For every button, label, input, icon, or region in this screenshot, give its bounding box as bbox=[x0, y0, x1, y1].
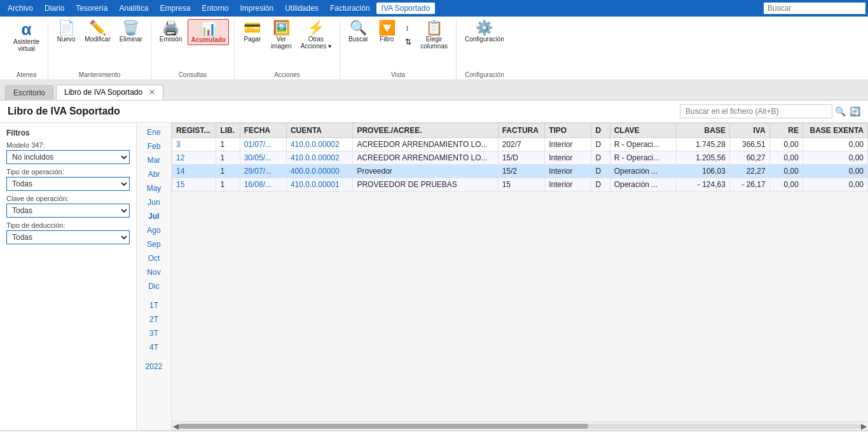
ribbon-group-atenea: α Asistentevirtual Atenea bbox=[5, 19, 48, 80]
cell-cuenta: 400.0.0.00000 bbox=[286, 165, 353, 178]
menu-entorno[interactable]: Entorno bbox=[196, 3, 233, 14]
col-header-factura[interactable]: FACTURA bbox=[498, 123, 545, 138]
cell-cuenta: 410.0.0.00001 bbox=[286, 178, 353, 192]
cal-quarter-3t[interactable]: 3T bbox=[137, 326, 171, 340]
tab-libro-iva[interactable]: Libro de IVA Soportado ✕ bbox=[56, 85, 163, 100]
scroll-left-arrow[interactable]: ◀ bbox=[173, 422, 179, 431]
nuevo-button[interactable]: 📄 Nuevo bbox=[53, 19, 79, 45]
calendar-sidebar: Ene Feb Mar Abr May Jun Jul Ago Sep Oct … bbox=[137, 123, 172, 430]
cal-month-nov[interactable]: Nov bbox=[137, 265, 171, 279]
table-row[interactable]: 14129/07/...400.0.0.00000Proveedor15/2In… bbox=[172, 165, 868, 178]
tipo-deduccion-select[interactable]: Todas Deducible No deducible bbox=[6, 230, 130, 244]
modelo347-select[interactable]: No incluidos Todos Solo incluidos bbox=[6, 150, 130, 164]
cal-month-mar[interactable]: Mar bbox=[137, 153, 171, 167]
asistente-virtual-button[interactable]: α Asistentevirtual bbox=[10, 19, 43, 54]
cell-factura: 202/7 bbox=[498, 138, 545, 151]
table-row[interactable]: 12130/05/...410.0.0.00002ACREEDOR ARREND… bbox=[172, 151, 868, 165]
sort-az-button[interactable]: ↕️ bbox=[402, 22, 415, 34]
menu-utilidades[interactable]: Utilidades bbox=[280, 3, 324, 14]
col-header-base[interactable]: BASE bbox=[677, 123, 730, 138]
cell-provee: ACREEDOR ARRENDAMIENTO LO... bbox=[353, 151, 498, 165]
ver-imagen-button[interactable]: 🖼️ Verimagen bbox=[268, 19, 295, 52]
cell-clave: R - Operaci... bbox=[610, 151, 677, 165]
acumulado-button[interactable]: 📊 Acumulado bbox=[188, 19, 228, 45]
cell-re: 0,00 bbox=[769, 138, 803, 151]
sort-az-icon: ↕️ bbox=[405, 24, 409, 32]
cal-month-feb[interactable]: Feb bbox=[137, 139, 171, 153]
col-header-cuenta[interactable]: CUENTA bbox=[286, 123, 353, 138]
menu-iva-soportado[interactable]: IVA Soportado bbox=[376, 3, 436, 14]
acumulado-label: Acumulado bbox=[191, 36, 225, 43]
cal-quarter-2t[interactable]: 2T bbox=[137, 312, 171, 326]
cal-month-ago[interactable]: Ago bbox=[137, 223, 171, 237]
page-search-input[interactable] bbox=[680, 104, 832, 118]
tipo-operacion-select[interactable]: Todas Interior Intracomunitario bbox=[6, 177, 130, 191]
otras-acciones-button[interactable]: ⚡ OtrasAcciones ▾ bbox=[298, 19, 334, 52]
col-header-fecha[interactable]: FECHA bbox=[240, 123, 286, 138]
menu-archivo[interactable]: Archivo bbox=[3, 3, 38, 14]
tab-libro-iva-close[interactable]: ✕ bbox=[149, 88, 155, 97]
ribbon-label-acciones: Acciones bbox=[240, 71, 334, 80]
col-header-provee[interactable]: PROVEE./ACREE. bbox=[353, 123, 498, 138]
scroll-right-arrow[interactable]: ▶ bbox=[861, 422, 867, 431]
menu-impresion[interactable]: Impresión bbox=[235, 3, 279, 14]
modelo347-label: Modelo 347: bbox=[6, 141, 130, 149]
elegir-columnas-label: Elegircolumnas bbox=[420, 36, 448, 50]
emision-button[interactable]: 🖨️ Emisión bbox=[156, 19, 186, 45]
tab-escritorio[interactable]: Escritorio bbox=[5, 85, 53, 100]
filtro-button[interactable]: 🔽 Filtro bbox=[374, 19, 399, 45]
cell-factura: 15 bbox=[498, 178, 545, 192]
nuevo-label: Nuevo bbox=[57, 36, 76, 43]
menu-tesoreria[interactable]: Tesorería bbox=[71, 3, 113, 14]
table-scrollbar[interactable]: ◀ ▶ bbox=[172, 421, 868, 430]
cell-factura: 15/2 bbox=[498, 165, 545, 178]
cell-base-exenta: 0,00 bbox=[803, 165, 867, 178]
col-header-re[interactable]: RE bbox=[769, 123, 803, 138]
elegir-columnas-button[interactable]: 📋 Elegircolumnas bbox=[417, 19, 451, 52]
configuracion-icon: ⚙️ bbox=[476, 21, 493, 35]
table-row[interactable]: 15116/08/...410.0.0.00001PROVEEDOR DE PR… bbox=[172, 178, 868, 192]
nuevo-icon: 📄 bbox=[58, 21, 75, 35]
clave-operacion-select[interactable]: Todas R - Operaciones corrientes bbox=[6, 204, 130, 218]
eliminar-button[interactable]: 🗑️ Eliminar bbox=[116, 19, 146, 45]
search-icon[interactable]: 🔍 bbox=[835, 106, 846, 116]
cal-month-sep[interactable]: Sep bbox=[137, 237, 171, 251]
otras-acciones-icon: ⚡ bbox=[307, 21, 324, 35]
modificar-button[interactable]: ✏️ Modificar bbox=[81, 19, 114, 45]
scrollbar-track[interactable] bbox=[179, 424, 861, 429]
buscar-button[interactable]: 🔍 Buscar bbox=[345, 19, 371, 45]
col-header-tipo[interactable]: TIPO bbox=[545, 123, 591, 138]
pagar-button[interactable]: 💳 Pagar bbox=[240, 19, 265, 45]
cal-quarter-4t[interactable]: 4T bbox=[137, 340, 171, 354]
cal-month-jul[interactable]: Jul bbox=[137, 209, 171, 223]
configuracion-button[interactable]: ⚙️ Configuración bbox=[462, 19, 507, 45]
cal-month-oct[interactable]: Oct bbox=[137, 251, 171, 265]
ribbon-label-consultas: Consultas bbox=[156, 71, 229, 80]
sort-za-button[interactable]: ⇅ bbox=[402, 36, 415, 48]
ribbon-group-acciones: 💳 Pagar 🖼️ Verimagen ⚡ OtrasAcciones ▾ A… bbox=[235, 19, 340, 80]
table-row[interactable]: 3101/07/...410.0.0.00002ACREEDOR ARRENDA… bbox=[172, 138, 868, 151]
menu-diario[interactable]: Diario bbox=[39, 3, 69, 14]
cal-month-may[interactable]: May bbox=[137, 181, 171, 195]
refresh-icon[interactable]: 🔄 bbox=[850, 106, 860, 116]
col-header-lib[interactable]: LIB. bbox=[216, 123, 240, 138]
cal-month-abr[interactable]: Abr bbox=[137, 167, 171, 181]
col-header-clave[interactable]: CLAVE bbox=[610, 123, 677, 138]
col-header-regist[interactable]: REGIST... bbox=[172, 123, 216, 138]
menu-empresa[interactable]: Empresa bbox=[155, 3, 195, 14]
menu-facturacion[interactable]: Facturación bbox=[325, 3, 375, 14]
sort-za-icon: ⇅ bbox=[405, 38, 411, 46]
col-header-base-exenta[interactable]: BASE EXENTA bbox=[803, 123, 867, 138]
cal-month-ene[interactable]: Ene bbox=[137, 125, 171, 139]
cal-quarter-1t[interactable]: 1T bbox=[137, 298, 171, 312]
menu-analitica[interactable]: Analítica bbox=[114, 3, 153, 14]
col-header-d[interactable]: D bbox=[591, 123, 610, 138]
col-header-iva[interactable]: IVA bbox=[729, 123, 769, 138]
filtro-icon: 🔽 bbox=[378, 21, 396, 35]
table-wrapper[interactable]: REGIST... LIB. FECHA CUENTA PROVEE./ACRE… bbox=[172, 123, 868, 421]
cal-month-dic[interactable]: Dic bbox=[137, 279, 171, 293]
ribbon-label-mantenimiento: Mantenimiento bbox=[53, 71, 146, 80]
cal-year-2022[interactable]: 2022 bbox=[137, 359, 171, 373]
cal-month-jun[interactable]: Jun bbox=[137, 195, 171, 209]
global-search-input[interactable] bbox=[764, 3, 865, 14]
